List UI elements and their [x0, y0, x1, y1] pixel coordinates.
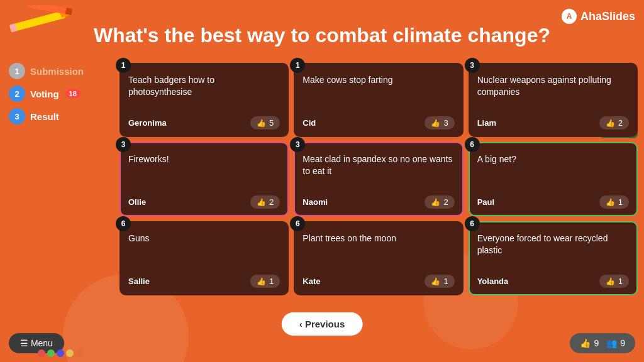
card-author-6: Sallie: [128, 277, 150, 286]
card-text-4: Meat clad in spandex so no one wants to …: [303, 150, 454, 190]
question-title: What's the best way to combat climate ch…: [13, 24, 631, 47]
card-author-4: Naomi: [303, 197, 328, 207]
thumb-icon-1: 👍: [431, 119, 440, 128]
card-7[interactable]: 6 Plant trees on the moon Kate 👍 1: [294, 221, 463, 295]
palette-color-1[interactable]: [47, 349, 55, 357]
sidebar-label-voting: Voting: [30, 89, 59, 99]
vote-count-7: 1: [443, 277, 448, 286]
card-votes-3: 👍 2: [250, 195, 280, 209]
card-votes-4: 👍 2: [425, 195, 454, 209]
card-text-3: Fireworks!: [128, 150, 280, 190]
thumb-icon-7: 👍: [431, 277, 440, 286]
card-footer-6: Sallie 👍 1: [128, 275, 280, 288]
vote-count-1: 3: [443, 118, 448, 128]
card-text-2: Nuclear weapons against polluting compan…: [477, 70, 629, 111]
card-votes-8: 👍 1: [599, 275, 629, 288]
bottom-stats: 👍 9 👥 9: [570, 333, 635, 353]
vote-count-6: 1: [269, 277, 274, 286]
card-footer-3: Ollie 👍 2: [128, 195, 280, 209]
card-votes-2: 👍 2: [599, 116, 629, 129]
vote-count-4: 2: [443, 197, 448, 207]
users-count: 9: [620, 338, 625, 348]
color-palette: [38, 349, 83, 357]
sidebar: 1 Submission 2 Voting 18 3 Result: [9, 63, 109, 124]
card-3[interactable]: 3 Fireworks! Ollie 👍 2: [119, 142, 289, 216]
card-text-8: Everyone forced to wear recycled plastic: [477, 229, 629, 270]
sidebar-item-result[interactable]: 3 Result: [9, 108, 109, 124]
palette-color-0[interactable]: [38, 349, 45, 357]
card-footer-0: Geronima 👍 5: [128, 116, 280, 129]
logo-letter: A: [567, 12, 572, 21]
svg-rect-4: [65, 8, 73, 15]
thumb-icon-5: 👍: [606, 198, 615, 207]
cards-grid: 1 Teach badgers how to photosynthesise G…: [119, 63, 638, 295]
card-author-5: Paul: [477, 197, 494, 207]
logo: A AhaSlides: [562, 9, 635, 24]
vote-count-5: 1: [618, 197, 623, 207]
card-footer-1: Cid 👍 3: [303, 116, 454, 129]
card-rank-5: 6: [465, 137, 480, 152]
logo-name: AhaSlides: [580, 10, 635, 23]
card-author-8: Yolanda: [477, 277, 509, 286]
sidebar-item-submission[interactable]: 1 Submission: [9, 63, 109, 79]
card-votes-5: 👍 1: [599, 195, 629, 209]
sidebar-label-result: Result: [30, 111, 59, 122]
card-text-6: Guns: [128, 229, 280, 270]
card-rank-3: 3: [116, 137, 131, 152]
thumb-icon-2: 👍: [606, 119, 615, 128]
card-rank-2: 3: [465, 58, 480, 73]
palette-color-4[interactable]: [75, 349, 83, 357]
thumb-icon-8: 👍: [606, 277, 615, 286]
sidebar-num-3: 3: [9, 108, 25, 124]
card-text-0: Teach badgers how to photosynthesise: [128, 70, 280, 111]
vote-count-2: 2: [618, 118, 623, 128]
card-0[interactable]: 1 Teach badgers how to photosynthesise G…: [119, 63, 289, 137]
card-1[interactable]: 1 Make cows stop farting Cid 👍 3: [294, 63, 463, 137]
card-author-2: Liam: [477, 118, 496, 128]
card-text-5: A big net?: [477, 150, 629, 190]
card-author-0: Geronima: [128, 118, 167, 128]
thumb-icon-6: 👍: [257, 277, 266, 286]
card-rank-6: 6: [116, 216, 131, 231]
vote-count-0: 5: [269, 118, 274, 128]
card-4[interactable]: 3 Meat clad in spandex so no one wants t…: [294, 142, 463, 216]
palette-color-2[interactable]: [57, 349, 64, 357]
sidebar-item-voting[interactable]: 2 Voting 18: [9, 85, 109, 102]
users-stat: 👥 9: [606, 338, 625, 348]
card-text-1: Make cows stop farting: [303, 70, 454, 111]
sidebar-num-2: 2: [9, 85, 25, 102]
votes-count: 9: [594, 338, 599, 348]
card-footer-5: Paul 👍 1: [477, 195, 629, 209]
card-6[interactable]: 6 Guns Sallie 👍 1: [119, 221, 289, 295]
logo-icon: A: [562, 9, 577, 24]
card-rank-8: 6: [465, 216, 480, 231]
card-author-7: Kate: [303, 277, 320, 286]
card-votes-0: 👍 5: [250, 116, 280, 129]
card-footer-4: Naomi 👍 2: [303, 195, 454, 209]
thumb-icon-0: 👍: [257, 119, 266, 128]
palette-color-3[interactable]: [66, 349, 74, 357]
card-5[interactable]: 6 A big net? Paul 👍 1: [469, 142, 638, 216]
card-votes-6: 👍 1: [250, 275, 280, 288]
card-rank-0: 1: [116, 58, 131, 73]
card-8[interactable]: 6 Everyone forced to wear recycled plast…: [469, 221, 638, 295]
voting-badge: 18: [65, 89, 80, 98]
vote-count-3: 2: [269, 197, 274, 207]
card-footer-2: Liam 👍 2: [477, 116, 629, 129]
card-author-1: Cid: [303, 118, 316, 128]
users-icon: 👥: [606, 338, 617, 348]
vote-count-8: 1: [618, 277, 623, 286]
card-author-3: Ollie: [128, 197, 146, 207]
card-footer-7: Kate 👍 1: [303, 275, 454, 288]
card-footer-8: Yolanda 👍 1: [477, 275, 629, 288]
previous-button[interactable]: ‹ Previous: [282, 312, 363, 336]
card-2[interactable]: 3 Nuclear weapons against polluting comp…: [469, 63, 638, 137]
sidebar-label-submission: Submission: [30, 66, 84, 77]
card-votes-7: 👍 1: [425, 275, 454, 288]
thumb-icon-3: 👍: [257, 198, 266, 207]
thumbs-icon: 👍: [580, 338, 591, 348]
thumb-icon-4: 👍: [431, 198, 440, 207]
sidebar-num-1: 1: [9, 63, 25, 79]
votes-stat: 👍 9: [580, 338, 599, 348]
card-votes-1: 👍 3: [425, 116, 454, 129]
